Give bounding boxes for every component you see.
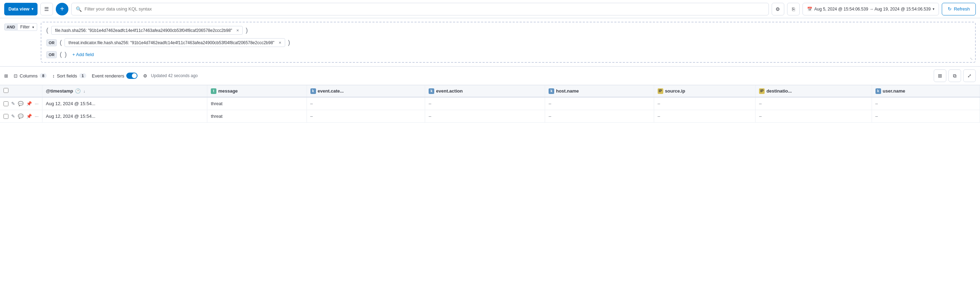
columns-badge: 8	[40, 73, 47, 78]
chevron-down-icon: ▾	[32, 7, 33, 11]
add-field-button[interactable]: + Add field	[70, 51, 97, 59]
close-paren-3: )	[65, 51, 67, 58]
destination-label: destinatio...	[767, 88, 792, 94]
row-0-message: threat	[207, 97, 307, 110]
row-1-destination: –	[756, 110, 872, 123]
plus-icon: +	[60, 5, 64, 13]
th-source-ip[interactable]: IP source.ip	[654, 85, 756, 97]
chevron-down-icon: ▾	[933, 7, 934, 11]
data-view-label: Data view	[8, 6, 29, 11]
search-icon: 🔍	[76, 6, 82, 12]
row-0-destination: –	[756, 97, 872, 110]
event-action-label: event.action	[436, 88, 463, 94]
filter-lines-icon: ☰	[44, 6, 49, 12]
toolbar-right: ⚙ ⎘ 📅 Aug 5, 2024 @ 15:54:06.539 → Aug 1…	[772, 3, 976, 16]
data-table: @timestamp 🕐 ↓ t message k event.cate...	[0, 85, 980, 123]
table-row: ✎ 💬 📌 ··· Aug 12, 2024 @ 15:54... threat…	[0, 97, 980, 110]
event-category-label: event.cate...	[318, 88, 344, 94]
toolbar: Data view ▾ ☰ + 🔍 ⚙ ⎘ 📅 Aug 5, 2024 @ 15…	[0, 0, 980, 18]
columns-view-button[interactable]: ⧉	[948, 70, 961, 82]
th-message[interactable]: t message	[207, 85, 307, 97]
clock-icon: 🕐	[75, 88, 81, 94]
search-input[interactable]	[84, 6, 764, 11]
refresh-button[interactable]: ↻ Refresh	[942, 3, 976, 16]
type-ip-badge-dest: IP	[759, 88, 765, 94]
row-0-event-action: –	[425, 97, 545, 110]
filter-chip-2[interactable]: threat.indicator.file.hash.sha256: "91b1…	[65, 38, 285, 47]
event-renderers-label: Event renderers	[92, 73, 124, 78]
row-1-pin-icon[interactable]: 📌	[26, 114, 32, 119]
source-ip-label: source.ip	[665, 88, 686, 94]
or-label-1: OR	[46, 39, 57, 46]
date-range-button[interactable]: 📅 Aug 5, 2024 @ 15:54:06.539 → Aug 19, 2…	[802, 3, 939, 16]
table-header-row: @timestamp 🕐 ↓ t message k event.cate...	[0, 85, 980, 97]
type-k-badge-action: k	[429, 88, 434, 94]
filter-icon-button[interactable]: ☰	[40, 3, 53, 16]
refresh-label: Refresh	[954, 6, 970, 11]
sort-fields-control[interactable]: ↕ Sort fields 1	[52, 73, 86, 78]
open-paren-3: (	[60, 51, 62, 58]
resize-handle[interactable]: ⤡	[970, 57, 974, 61]
row-0-checkbox[interactable]	[3, 101, 8, 106]
updated-control: ⚙ Updated 42 seconds ago	[143, 73, 197, 78]
filter-chevron-icon: ▾	[32, 25, 34, 29]
filter-dropdown-button[interactable]: Filter ▾	[18, 23, 37, 31]
message-label: message	[218, 88, 238, 94]
grid-view-button[interactable]: ⊞	[934, 70, 946, 82]
th-user-name[interactable]: k user.name	[872, 85, 980, 97]
row-1-source-ip: –	[654, 110, 756, 123]
sort-fields-badge: 1	[79, 73, 86, 78]
columns-icon: ⊡	[14, 73, 18, 78]
row-1-checkbox[interactable]	[3, 114, 8, 119]
search-bar: 🔍	[71, 3, 769, 16]
share-icon: ⎘	[792, 6, 795, 12]
row-0-pin-icon[interactable]: 📌	[26, 101, 32, 106]
row-0-host-name: –	[545, 97, 654, 110]
th-destination[interactable]: IP destinatio...	[756, 85, 872, 97]
event-renderers-toggle[interactable]	[126, 73, 137, 79]
add-field-label: + Add field	[72, 52, 94, 57]
table-icon-control: ⊞	[4, 73, 8, 78]
filter-chip-1-close[interactable]: ×	[236, 28, 239, 33]
filter-chip-1[interactable]: file.hash.sha256: "91b1e4d7462eadfc14e4f…	[51, 26, 243, 35]
th-event-category[interactable]: k event.cate...	[307, 85, 425, 97]
row-1-more-icon[interactable]: ···	[35, 114, 38, 119]
filter-chip-1-text: file.hash.sha256: "91b1e4d7462eadfc14e4f…	[55, 28, 232, 33]
row-0-timestamp: Aug 12, 2024 @ 15:54...	[42, 97, 207, 110]
share-icon-button[interactable]: ⎘	[787, 3, 800, 16]
th-host-name[interactable]: k host.name	[545, 85, 654, 97]
row-1-timestamp: Aug 12, 2024 @ 15:54...	[42, 110, 207, 123]
columns-label: Columns	[20, 73, 38, 78]
row-0-user-name: –	[872, 97, 980, 110]
row-0-comment-icon[interactable]: 💬	[18, 101, 24, 106]
event-renderers-control[interactable]: Event renderers	[92, 73, 138, 79]
row-1-edit-icon[interactable]: ✎	[11, 114, 15, 119]
filter-row: AND Filter ▾ ( file.hash.sha256: "91b1e4…	[0, 18, 980, 67]
data-view-button[interactable]: Data view ▾	[4, 3, 38, 16]
row-0-edit-icon[interactable]: ✎	[11, 101, 15, 106]
row-1-host-name: –	[545, 110, 654, 123]
expand-button[interactable]: ⤢	[963, 70, 976, 82]
columns-control[interactable]: ⊡ Columns 8	[14, 73, 47, 78]
settings-icon-button[interactable]: ⚙	[772, 3, 784, 16]
and-label: AND	[4, 24, 18, 30]
close-paren-2: )	[288, 39, 290, 46]
row-1-comment-icon[interactable]: 💬	[18, 114, 24, 119]
filter-line-3: OR ( ) + Add field	[46, 51, 970, 59]
row-1-checkbox-cell: ✎ 💬 📌 ···	[0, 110, 42, 123]
add-button[interactable]: +	[56, 3, 68, 16]
grid-icon: ⊞	[938, 73, 942, 78]
sort-fields-label: Sort fields	[57, 73, 77, 78]
filter-chip-2-close[interactable]: ×	[278, 40, 281, 45]
th-timestamp[interactable]: @timestamp 🕐 ↓	[42, 85, 207, 97]
row-1-event-action: –	[425, 110, 545, 123]
th-event-action[interactable]: k event.action	[425, 85, 545, 97]
select-all-checkbox[interactable]	[3, 88, 8, 93]
timestamp-label: @timestamp	[46, 88, 73, 94]
filter-line-2: OR ( threat.indicator.file.hash.sha256: …	[46, 38, 970, 47]
table-row: ✎ 💬 📌 ··· Aug 12, 2024 @ 15:54... threat…	[0, 110, 980, 123]
host-name-label: host.name	[556, 88, 579, 94]
expand-icon: ⤢	[967, 73, 972, 78]
th-checkbox	[0, 85, 42, 97]
row-0-more-icon[interactable]: ···	[35, 101, 38, 106]
